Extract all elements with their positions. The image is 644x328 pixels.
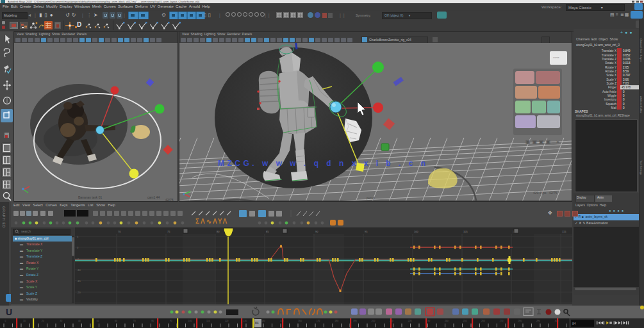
svg-text:Finger: Finger bbox=[608, 86, 616, 89]
svg-text:130: 130 bbox=[243, 320, 247, 322]
svg-text:0.652: 0.652 bbox=[623, 54, 631, 57]
svg-text:50: 50 bbox=[97, 320, 99, 322]
svg-text:40: 40 bbox=[78, 320, 81, 322]
svg-text:100: 100 bbox=[414, 230, 418, 233]
svg-text:0.013: 0.013 bbox=[623, 62, 631, 65]
svg-text:95: 95 bbox=[365, 230, 368, 233]
svg-text:90: 90 bbox=[170, 320, 172, 322]
svg-text:75: 75 bbox=[167, 230, 170, 233]
svg-text:Mail: Mail bbox=[611, 106, 616, 110]
svg-text:Auto Ankle: Auto Ankle bbox=[602, 90, 616, 94]
svg-text:0: 0 bbox=[623, 90, 625, 94]
svg-text:-15: -15 bbox=[77, 279, 81, 283]
svg-text:0.849: 0.849 bbox=[623, 49, 631, 53]
svg-text:Translate Z: Translate Z bbox=[602, 58, 616, 61]
svg-text:110: 110 bbox=[206, 320, 210, 322]
svg-text:90: 90 bbox=[315, 230, 318, 233]
svg-text:Translate Y: Translate Y bbox=[602, 54, 616, 57]
svg-text:100: 100 bbox=[188, 320, 192, 322]
svg-text:0: 0 bbox=[623, 98, 625, 101]
svg-text:45.978: 45.978 bbox=[622, 86, 631, 89]
svg-text:3.66: 3.66 bbox=[623, 78, 629, 81]
svg-text:20: 20 bbox=[42, 320, 44, 322]
svg-text:Rotate Z: Rotate Z bbox=[605, 70, 616, 73]
svg-text:105: 105 bbox=[463, 230, 468, 233]
svg-text:0.036: 0.036 bbox=[623, 58, 631, 61]
svg-text:Inventory: Inventory bbox=[604, 98, 617, 101]
svg-text:290: 290 bbox=[536, 320, 540, 322]
svg-text:190: 190 bbox=[353, 320, 357, 322]
svg-text:250: 250 bbox=[463, 320, 467, 322]
svg-text:70: 70 bbox=[118, 230, 121, 233]
svg-text:70: 70 bbox=[133, 320, 136, 322]
svg-text:0: 0 bbox=[5, 320, 6, 322]
svg-text:280: 280 bbox=[518, 320, 522, 322]
svg-text:120: 120 bbox=[225, 320, 229, 322]
svg-text:Scale Z: Scale Z bbox=[606, 82, 616, 85]
svg-text:140: 140 bbox=[261, 320, 265, 322]
svg-text:240: 240 bbox=[445, 320, 449, 322]
svg-text:8.59: 8.59 bbox=[623, 70, 629, 73]
svg-text:180: 180 bbox=[334, 320, 338, 322]
svg-text:-10: -10 bbox=[77, 268, 81, 272]
svg-text:270: 270 bbox=[500, 320, 504, 322]
svg-text:10: 10 bbox=[23, 320, 26, 322]
svg-text:115: 115 bbox=[562, 230, 566, 233]
svg-text:2.65: 2.65 bbox=[623, 66, 629, 69]
svg-text:260: 260 bbox=[481, 320, 485, 322]
svg-text:80: 80 bbox=[151, 320, 154, 322]
svg-text:0: 0 bbox=[623, 106, 625, 110]
svg-text:7.03: 7.03 bbox=[623, 82, 629, 85]
svg-text:Squatch: Squatch bbox=[606, 102, 616, 106]
svg-text:60: 60 bbox=[115, 320, 117, 322]
svg-text:160: 160 bbox=[298, 320, 302, 322]
svg-text:84: 84 bbox=[255, 321, 259, 325]
svg-text:-20: -20 bbox=[77, 291, 81, 294]
svg-text:Rotate X: Rotate X bbox=[605, 62, 616, 65]
svg-text:85: 85 bbox=[266, 230, 269, 233]
svg-text:80: 80 bbox=[217, 230, 220, 233]
svg-text:0.797: 0.797 bbox=[623, 74, 631, 77]
svg-text:Wiggle: Wiggle bbox=[607, 94, 616, 97]
svg-text:0: 0 bbox=[623, 94, 625, 97]
svg-text:220: 220 bbox=[408, 320, 412, 322]
svg-text:200: 200 bbox=[372, 320, 376, 322]
svg-text:Scale Y: Scale Y bbox=[606, 78, 616, 81]
svg-text:30: 30 bbox=[60, 320, 62, 322]
svg-text:0: 0 bbox=[623, 102, 625, 106]
svg-text:Translate X: Translate X bbox=[602, 49, 616, 53]
svg-text:84: 84 bbox=[572, 322, 576, 325]
svg-text:Rotate Y: Rotate Y bbox=[605, 66, 616, 69]
svg-text:170: 170 bbox=[317, 320, 320, 322]
svg-text:Scale X: Scale X bbox=[606, 74, 616, 77]
